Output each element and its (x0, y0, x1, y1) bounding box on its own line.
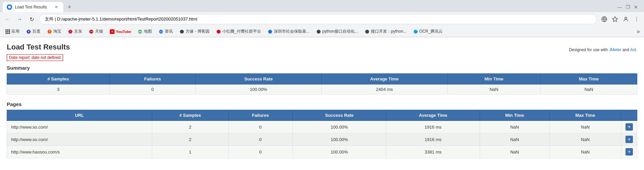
summary-table: # Samples Failures Success Rate Average … (7, 73, 637, 95)
bookmark-star-icon[interactable] (610, 14, 620, 24)
taobao-icon: T (47, 29, 52, 34)
summary-section-title: Summary (7, 65, 637, 71)
svg-text:J: J (70, 31, 71, 33)
address-input[interactable] (39, 14, 597, 24)
forward-button[interactable]: → (15, 14, 24, 24)
profile-icon[interactable] (621, 14, 631, 24)
bookmark-baidu[interactable]: B 百度 (24, 28, 43, 35)
active-tab[interactable]: Load Test Results ✕ (3, 2, 63, 12)
bookmark-python-dev[interactable]: 接口开发：python... (362, 28, 409, 35)
summary-col-failures: Failures (109, 74, 195, 84)
page-success-rate: 100.00% (292, 121, 386, 133)
bookmark-jd[interactable]: J 京东 (65, 28, 85, 35)
close-window-button[interactable]: ✕ (633, 4, 639, 10)
bookmark-zixun[interactable]: 资讯 资讯 (156, 28, 175, 35)
bookmark-apps-label: 应用 (11, 29, 20, 34)
bookmark-youtube-label: YouTube (116, 30, 131, 34)
page-failures: 0 (228, 121, 292, 133)
expand-row-button[interactable]: + (625, 136, 633, 143)
svg-point-23 (317, 30, 321, 34)
toolbar-icons (600, 14, 641, 24)
bookmark-xiaohonquan-label: 小红圈_付费社群平台 (222, 29, 261, 34)
bookmark-fangyuan[interactable]: 方缘 - 博客园 (177, 28, 212, 35)
page-min-time: NaN (480, 133, 549, 146)
svg-point-25 (414, 30, 418, 34)
svg-point-24 (365, 30, 369, 34)
bookmark-jd-label: 京东 (74, 29, 82, 34)
page-failures: 0 (228, 133, 292, 146)
summary-samples: 3 (7, 84, 110, 95)
pages-col-min: Min Time (480, 110, 549, 121)
svg-point-5 (636, 21, 637, 21)
address-bar: ← → ↻ (0, 12, 644, 26)
bookmark-xiaohonquan[interactable]: 小红圈_付费社群平台 (214, 28, 264, 35)
bookmark-taobao[interactable]: T 淘宝 (44, 28, 64, 35)
pages-col-max: Max Time (549, 110, 621, 121)
bookmark-apps[interactable]: 应用 (3, 28, 22, 35)
summary-header-row: # Samples Failures Success Rate Average … (7, 74, 637, 84)
page-avg-time: 1916 ms (386, 133, 480, 146)
tab-bar: Load Test Results ✕ + — ❐ ✕ (0, 0, 644, 12)
bookmark-shenzhen[interactable]: 深圳市社会保险基... (265, 28, 312, 35)
summary-col-min: Min Time (447, 74, 541, 84)
bookmark-fangyuan-label: 方缘 - 博客园 (186, 29, 210, 34)
page-samples: 2 (152, 121, 228, 133)
tab-favicon (7, 4, 12, 10)
page-success-rate: 100.00% (292, 133, 386, 146)
maximize-button[interactable]: ❐ (625, 4, 631, 10)
python-dev-icon (365, 29, 369, 34)
new-tab-button[interactable]: + (65, 2, 74, 12)
page-avg-time: 1916 ms (386, 121, 480, 133)
expand-row-button[interactable]: + (625, 123, 633, 131)
tab-close-button[interactable]: ✕ (53, 4, 59, 10)
table-row: http://www.so.com/ 2 0 100.00% 1916 ms N… (7, 121, 637, 133)
pages-col-action (621, 110, 637, 121)
summary-max-time: NaN (541, 84, 637, 95)
bookmark-youtube[interactable]: YouTube (107, 28, 134, 35)
jmeter-link[interactable]: JMeter (609, 47, 621, 52)
table-row: http://www.so.com/ 2 0 100.00% 1916 ms N… (7, 133, 637, 146)
summary-col-max: Max Time (541, 74, 637, 84)
bookmark-python-auto-label: python接口自动化... (322, 29, 358, 34)
bookmark-map[interactable]: 地图 地图 (135, 28, 155, 35)
refresh-button[interactable]: ↻ (27, 14, 36, 24)
bookmark-tmall-label: 天猫 (95, 29, 103, 34)
page-success-rate: 100.00% (292, 146, 386, 158)
xiaohonquan-icon (216, 29, 221, 34)
menu-icon[interactable] (632, 14, 641, 24)
page-failures: 0 (228, 146, 292, 158)
python-auto-icon (316, 29, 321, 34)
svg-text:T: T (49, 31, 50, 33)
and-text: and (621, 47, 630, 52)
summary-success-rate: 100.00% (196, 84, 322, 95)
baidu-icon: B (26, 29, 31, 34)
svg-point-21 (217, 30, 221, 34)
bookmark-shenzhen-label: 深圳市社会保险基... (274, 29, 310, 34)
pages-header-row: URL # Samples Failures Success Rate Aver… (7, 110, 637, 121)
tmall-icon: TM (89, 29, 94, 34)
back-button[interactable]: ← (3, 14, 12, 24)
svg-text:TM: TM (90, 31, 93, 33)
bookmark-ocr[interactable]: OCR_腾讯云 (411, 28, 445, 35)
bookmark-map-label: 地图 (144, 29, 152, 34)
bookmark-python-auto[interactable]: python接口自动化... (314, 28, 361, 35)
page-expand-cell: + (621, 133, 637, 146)
bookmark-baidu-label: 百度 (32, 29, 40, 34)
more-bookmarks-button[interactable]: » (635, 28, 641, 35)
jd-icon: J (68, 29, 73, 34)
map-icon: 地图 (138, 29, 142, 34)
ant-link[interactable]: Ant (630, 47, 636, 52)
summary-col-avg: Average Time (321, 74, 447, 84)
window-controls: — ❐ ✕ (617, 4, 641, 10)
svg-point-0 (8, 6, 11, 8)
minimize-button[interactable]: — (617, 4, 622, 10)
expand-row-button[interactable]: + (625, 148, 633, 156)
youtube-icon (110, 29, 115, 34)
translate-icon[interactable] (600, 14, 609, 24)
shenzhen-icon (268, 29, 272, 34)
page-content: Load Test Results Date report: date not … (0, 37, 644, 170)
bookmark-tmall[interactable]: TM 天猫 (86, 28, 106, 35)
page-samples: 1 (152, 146, 228, 158)
page-url: http://www.so.com/ (7, 133, 152, 146)
svg-point-3 (636, 17, 637, 18)
